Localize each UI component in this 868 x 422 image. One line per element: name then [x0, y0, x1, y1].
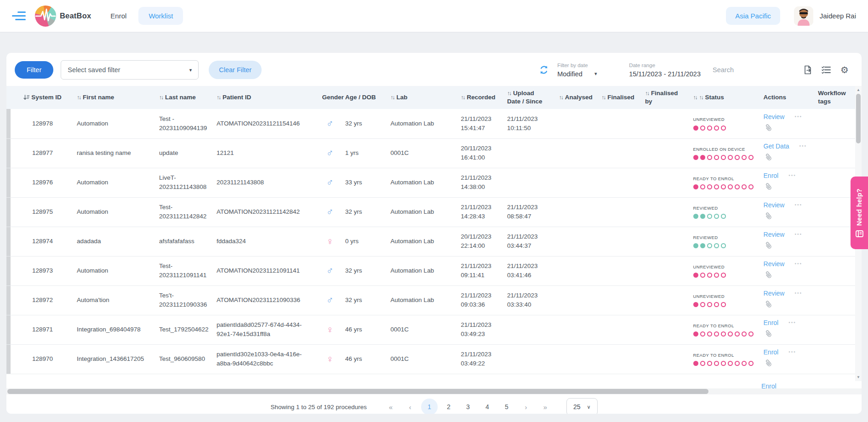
cell-last-name: afsfafafafass	[155, 227, 213, 256]
column-header-finalised[interactable]: ↑↓Finalised	[598, 86, 641, 109]
horizontal-scrollbar[interactable]	[6, 388, 862, 394]
male-icon: ♂	[326, 148, 334, 158]
attachment-paperclip-icon[interactable]	[764, 241, 773, 253]
column-header-last-name[interactable]: ↑↓Last name	[155, 86, 213, 109]
region-button[interactable]: Asia Pacific	[726, 7, 780, 25]
cell-age: 32 yrs	[342, 256, 387, 285]
first-page-button[interactable]: «	[383, 399, 399, 414]
table-row[interactable]: 128976AutomationLiveT-202311211438082023…	[6, 168, 855, 197]
previous-page-button[interactable]: ‹	[402, 399, 418, 414]
settings-gear-icon[interactable]: ⚙	[839, 65, 850, 75]
nav-enrol[interactable]: Enrol	[110, 12, 126, 20]
status-dot	[721, 184, 726, 189]
page-size-select[interactable]: 25 ∨	[566, 398, 598, 414]
cell-status: UNREVIEWED	[690, 285, 760, 315]
action-link[interactable]: Review	[764, 289, 785, 298]
column-header-analysed[interactable]: ↑↓Analysed	[555, 86, 598, 109]
filter-button[interactable]: Filter	[15, 61, 53, 79]
more-actions-icon[interactable]: •••	[788, 319, 796, 326]
attachment-paperclip-icon[interactable]	[764, 123, 773, 135]
vertical-scroll-thumb[interactable]	[856, 94, 861, 143]
hamburger-menu-icon[interactable]	[12, 11, 26, 20]
column-settings-icon[interactable]	[821, 65, 831, 75]
brand-logo[interactable]: BeatBox	[35, 6, 91, 27]
column-header-first-name[interactable]: ↑↓First name	[73, 86, 155, 109]
action-link[interactable]: Get Data	[764, 142, 789, 151]
horizontal-scroll-thumb[interactable]	[7, 389, 708, 394]
scroll-up-icon[interactable]: ▲	[857, 86, 860, 94]
attachment-paperclip-icon[interactable]	[764, 182, 773, 194]
cell-recorded: 21/11/202309:03:36	[457, 285, 503, 315]
cell-status: ENROLLED ON DEVICE	[690, 138, 760, 168]
more-actions-icon[interactable]: •••	[794, 114, 802, 120]
status-dot	[707, 214, 712, 219]
more-actions-icon[interactable]: •••	[788, 349, 796, 356]
column-header-patient-id[interactable]: ↑↓Patient ID	[213, 86, 318, 109]
column-header-actions: Actions	[760, 86, 815, 109]
nav-worklist[interactable]: Worklist	[138, 7, 183, 25]
saved-filter-select[interactable]: Select saved filter ▾	[61, 60, 199, 80]
attachment-paperclip-icon[interactable]	[764, 211, 773, 223]
attachment-paperclip-icon[interactable]	[764, 359, 773, 371]
filter-by-date-field[interactable]: Filter by date Modified ▾	[557, 63, 617, 78]
page-button-4[interactable]: 4	[479, 399, 496, 414]
more-actions-icon[interactable]: •••	[794, 231, 802, 238]
search-input[interactable]	[713, 66, 791, 74]
page-button-1[interactable]: 1	[421, 399, 438, 414]
column-header-recorded[interactable]: ↑↓Recorded	[457, 86, 503, 109]
column-header-upload-date[interactable]: ↑↓UploadDate / Since	[503, 86, 555, 109]
more-actions-icon[interactable]: •••	[799, 143, 807, 150]
action-link[interactable]: Review	[764, 112, 785, 121]
action-link[interactable]: Enrol	[764, 171, 779, 180]
column-header-status[interactable]: ↑↓↑↓Status	[690, 86, 760, 109]
refresh-icon[interactable]	[539, 65, 549, 75]
scroll-down-icon[interactable]: ▼	[857, 373, 860, 381]
help-book-icon	[856, 230, 863, 237]
more-actions-icon[interactable]: •••	[788, 172, 796, 179]
cell-patient-id: ATOMATION20231121154146	[213, 109, 318, 138]
last-page-button[interactable]: »	[537, 399, 554, 414]
table-row[interactable]: 128974adadadaafsfafafafassfddada324♀0 yr…	[6, 227, 855, 256]
table-row[interactable]: 128970Integration_1436617205Test_9606095…	[6, 344, 855, 374]
action-link[interactable]: Enrol	[764, 348, 779, 357]
status-dot	[693, 155, 698, 160]
column-header-system-id[interactable]: System ID	[12, 86, 73, 109]
caret-down-icon: ▾	[594, 71, 597, 77]
clear-filter-button[interactable]: Clear Filter	[209, 61, 262, 79]
date-range-field[interactable]: Date range 15/11/2023 - 21/11/2023	[629, 63, 701, 78]
table-row[interactable]: 128972Automa'tionTes't-20231121090336ATO…	[6, 285, 855, 315]
action-link[interactable]: Enrol	[761, 382, 777, 388]
action-link[interactable]: Enrol	[764, 318, 779, 327]
status-dot	[728, 331, 733, 336]
action-link[interactable]: Review	[764, 259, 785, 268]
attachment-paperclip-icon[interactable]	[764, 270, 773, 282]
more-actions-icon[interactable]: •••	[794, 290, 802, 297]
attachment-paperclip-icon[interactable]	[764, 329, 773, 341]
partial-table-row[interactable]: Enrol	[6, 381, 862, 388]
cell-last-name: Test_1792504622	[155, 315, 213, 344]
cell-recorded: 21/11/202314:28:43	[457, 197, 503, 227]
more-actions-icon[interactable]: •••	[794, 202, 802, 209]
page-button-2[interactable]: 2	[440, 399, 457, 414]
export-icon[interactable]	[803, 65, 813, 75]
attachment-paperclip-icon[interactable]	[764, 153, 773, 165]
page-button-3[interactable]: 3	[460, 399, 476, 414]
column-header-finalised-by[interactable]: ↑↓Finalised by	[641, 86, 690, 109]
table-row[interactable]: 128977ranisa testing nameupdate12121♂1 y…	[6, 138, 855, 168]
cell-patient-id: ATOMATION20231121142842	[213, 197, 318, 227]
next-page-button[interactable]: ›	[518, 399, 534, 414]
table-row[interactable]: 128973AutomationTest-20231121091141ATOMA…	[6, 256, 855, 285]
need-help-tab[interactable]: Need help?	[851, 177, 868, 249]
column-header-lab[interactable]: ↑↓Lab	[387, 86, 457, 109]
table-row[interactable]: 128975AutomationTest-20231121142842ATOMA…	[6, 197, 855, 227]
user-name[interactable]: Jaideep Rai	[820, 12, 856, 20]
table-row[interactable]: 128971Integration_698404978Test_17925046…	[6, 315, 855, 344]
action-link[interactable]: Review	[764, 200, 785, 210]
attachment-paperclip-icon[interactable]	[764, 300, 773, 312]
action-link[interactable]: Review	[764, 230, 785, 239]
more-actions-icon[interactable]: •••	[794, 261, 802, 268]
user-avatar[interactable]	[794, 6, 813, 26]
page-button-5[interactable]: 5	[498, 399, 515, 414]
table-row[interactable]: 128978AutomationTest - 20231109094139ATO…	[6, 109, 855, 138]
status-badge: REVIEWED	[693, 205, 756, 211]
